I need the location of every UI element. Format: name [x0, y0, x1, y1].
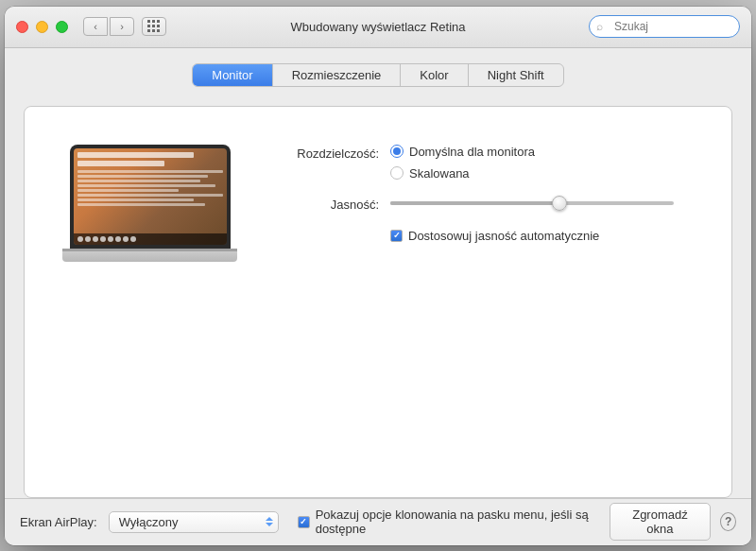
back-button[interactable]: ‹ [83, 17, 108, 36]
forward-button[interactable]: › [110, 17, 134, 36]
back-icon: ‹ [94, 21, 97, 32]
window-title: Wbudowany wyświetlacz Retina [291, 20, 466, 34]
airplay-select[interactable]: Wyłączony [109, 511, 279, 533]
screen-content [74, 148, 227, 212]
screen-line-2 [77, 175, 209, 178]
search-icon: ⌕ [596, 20, 603, 33]
main-panel: Rozdzielczość: Domyślna dla monitora Ska… [24, 106, 732, 498]
radio-scaled-circle[interactable] [390, 166, 404, 180]
checkmark-icon: ✓ [393, 232, 401, 240]
forward-icon: › [120, 21, 124, 32]
gather-button[interactable]: Zgromadź okna [610, 503, 712, 541]
settings-section: Rozdzielczość: Domyślna dla monitora Ska… [275, 135, 694, 469]
airplay-label: Ekran AirPlay: [20, 515, 97, 529]
clone-label: Pokazuj opcje klonowania na pasku menu, … [316, 508, 598, 536]
taskbar-dot-2 [85, 236, 91, 242]
bottom-right: Zgromadź okna ? [610, 503, 736, 541]
taskbar-dot-8 [130, 236, 136, 242]
laptop-screen-inner [74, 148, 227, 245]
taskbar-dot-1 [77, 236, 83, 242]
radio-default-circle[interactable] [390, 145, 404, 158]
tabs: Monitor Rozmieszczenie Kolor Night Shift [192, 63, 563, 87]
screen-line-3 [77, 180, 201, 182]
close-button[interactable] [16, 21, 28, 33]
taskbar-dot-7 [123, 236, 129, 242]
auto-brightness-checkbox[interactable]: ✓ [390, 230, 403, 242]
minimize-button[interactable] [36, 21, 48, 33]
brightness-row: Jasność: [275, 198, 694, 212]
tab-monitor[interactable]: Monitor [193, 64, 272, 86]
nav-buttons: ‹ › [83, 17, 134, 36]
taskbar-dot-4 [100, 236, 106, 242]
laptop-taskbar [74, 233, 227, 245]
taskbar-dot-5 [108, 236, 113, 242]
tab-rozmieszczenie[interactable]: Rozmieszczenie [273, 64, 402, 86]
screen-line-4 [77, 184, 215, 187]
screen-text-lines [77, 170, 223, 206]
brightness-label: Jasność: [275, 198, 379, 212]
clone-checkmark-icon: ✓ [300, 518, 307, 526]
auto-brightness-label: Dostosowuj jasność automatycznie [408, 229, 599, 243]
slider-fill [390, 201, 560, 205]
main-window: ‹ › Wbudowany wyświetlacz Retina ⌕ Monit… [5, 7, 751, 545]
slider-thumb[interactable] [552, 196, 567, 211]
traffic-lights [16, 21, 68, 33]
brightness-slider[interactable] [390, 201, 674, 205]
resolution-controls: Domyślna dla monitora Skalowana [390, 145, 535, 181]
grid-icon [147, 20, 161, 33]
screen-line-6 [77, 194, 223, 197]
screen-line-1 [77, 170, 223, 173]
screen-line-8 [77, 203, 206, 206]
laptop-screen-outer [70, 145, 231, 249]
resolution-label: Rozdzielczość: [275, 145, 379, 161]
laptop-base [62, 249, 237, 262]
laptop-hinge [62, 249, 237, 251]
screen-line-5 [77, 189, 180, 192]
screen-bar-1 [77, 152, 194, 158]
slider-container [390, 198, 674, 205]
taskbar-dot-3 [93, 236, 98, 242]
radio-scaled[interactable]: Skalowana [390, 166, 535, 181]
maximize-button[interactable] [56, 21, 68, 33]
search-input[interactable] [589, 15, 740, 38]
search-box: ⌕ [589, 15, 740, 38]
laptop-image [62, 145, 237, 277]
tabs-container: Monitor Rozmieszczenie Kolor Night Shift [24, 63, 732, 87]
grid-button[interactable] [142, 17, 166, 36]
bottom-bar: Ekran AirPlay: Wyłączony ✓ Pokazuj opcje… [5, 498, 751, 545]
airplay-select-wrap: Wyłączony [109, 511, 279, 533]
laptop-preview [62, 135, 237, 469]
clone-row: ✓ Pokazuj opcje klonowania na pasku menu… [298, 508, 598, 536]
help-button[interactable]: ? [720, 512, 736, 531]
titlebar: ‹ › Wbudowany wyświetlacz Retina ⌕ [5, 7, 751, 48]
radio-default[interactable]: Domyślna dla monitora [390, 145, 535, 159]
tab-night-shift[interactable]: Night Shift [469, 64, 563, 86]
taskbar-dot-6 [115, 236, 121, 242]
resolution-row: Rozdzielczość: Domyślna dla monitora Ska… [275, 145, 694, 181]
radio-default-label: Domyślna dla monitora [409, 145, 535, 159]
tab-kolor[interactable]: Kolor [401, 64, 468, 86]
clone-checkbox[interactable]: ✓ [298, 516, 310, 528]
screen-line-7 [77, 198, 194, 201]
content-area: Monitor Rozmieszczenie Kolor Night Shift [5, 48, 751, 498]
radio-scaled-label: Skalowana [409, 166, 470, 181]
screen-bar-2 [77, 161, 164, 166]
auto-brightness-row: ✓ Dostosowuj jasność automatycznie [390, 229, 694, 243]
